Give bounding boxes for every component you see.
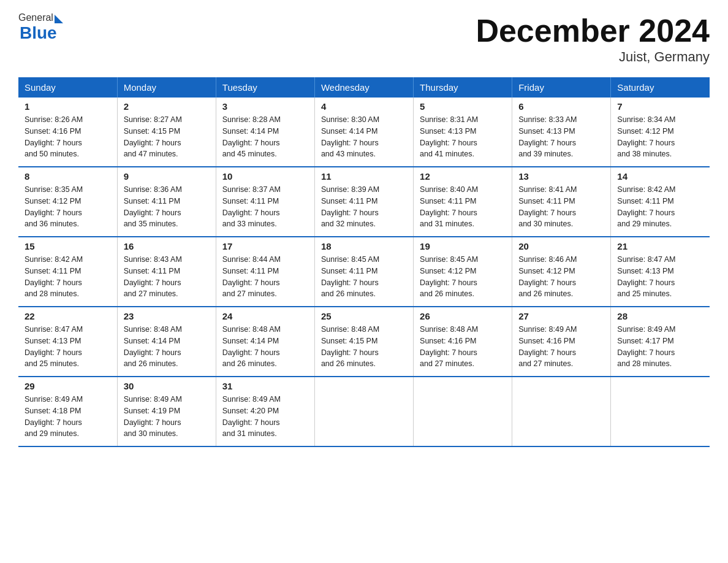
day-number: 16 — [124, 241, 210, 251]
day-number: 8 — [25, 171, 111, 182]
calendar-cell: 13Sunrise: 8:41 AMSunset: 4:11 PMDayligh… — [512, 167, 611, 237]
day-info: Sunrise: 8:44 AMSunset: 4:11 PMDaylight:… — [222, 254, 308, 300]
day-info: Sunrise: 8:28 AMSunset: 4:14 PMDaylight:… — [222, 114, 308, 160]
day-info: Sunrise: 8:49 AMSunset: 4:18 PMDaylight:… — [25, 394, 111, 440]
day-number: 11 — [321, 171, 407, 182]
day-number: 7 — [617, 101, 703, 112]
calendar-cell: 21Sunrise: 8:47 AMSunset: 4:13 PMDayligh… — [611, 237, 710, 307]
weekday-header-wednesday: Wednesday — [314, 77, 413, 98]
day-info: Sunrise: 8:49 AMSunset: 4:20 PMDaylight:… — [222, 394, 308, 440]
day-info: Sunrise: 8:48 AMSunset: 4:14 PMDaylight:… — [222, 324, 308, 370]
day-info: Sunrise: 8:49 AMSunset: 4:17 PMDaylight:… — [617, 324, 703, 370]
day-number: 31 — [222, 381, 308, 391]
logo-blue-text: Blue — [20, 23, 57, 43]
day-number: 30 — [124, 381, 210, 391]
day-info: Sunrise: 8:49 AMSunset: 4:16 PMDaylight:… — [518, 324, 604, 370]
day-number: 18 — [321, 241, 407, 251]
calendar-cell: 11Sunrise: 8:39 AMSunset: 4:11 PMDayligh… — [314, 167, 413, 237]
day-number: 2 — [124, 101, 210, 112]
day-info: Sunrise: 8:41 AMSunset: 4:11 PMDaylight:… — [518, 184, 604, 230]
calendar-cell: 22Sunrise: 8:47 AMSunset: 4:13 PMDayligh… — [18, 307, 117, 377]
calendar-cell: 31Sunrise: 8:49 AMSunset: 4:20 PMDayligh… — [216, 377, 314, 446]
page-header: General Blue December 2024 Juist, German… — [18, 12, 710, 65]
day-info: Sunrise: 8:31 AMSunset: 4:13 PMDaylight:… — [420, 114, 506, 160]
calendar-cell: 15Sunrise: 8:42 AMSunset: 4:11 PMDayligh… — [18, 237, 117, 307]
calendar-cell: 30Sunrise: 8:49 AMSunset: 4:19 PMDayligh… — [117, 377, 216, 446]
day-info: Sunrise: 8:47 AMSunset: 4:13 PMDaylight:… — [617, 254, 703, 300]
calendar-cell: 1Sunrise: 8:26 AMSunset: 4:16 PMDaylight… — [18, 98, 117, 167]
day-number: 17 — [222, 241, 308, 251]
calendar-cell — [414, 377, 512, 446]
day-info: Sunrise: 8:47 AMSunset: 4:13 PMDaylight:… — [25, 324, 111, 370]
day-info: Sunrise: 8:49 AMSunset: 4:19 PMDaylight:… — [124, 394, 210, 440]
day-number: 24 — [222, 311, 308, 321]
calendar-cell: 14Sunrise: 8:42 AMSunset: 4:11 PMDayligh… — [611, 167, 710, 237]
day-info: Sunrise: 8:36 AMSunset: 4:11 PMDaylight:… — [124, 184, 210, 230]
day-number: 27 — [518, 311, 604, 321]
day-info: Sunrise: 8:26 AMSunset: 4:16 PMDaylight:… — [25, 114, 111, 160]
calendar-cell: 6Sunrise: 8:33 AMSunset: 4:13 PMDaylight… — [512, 98, 611, 167]
logo-general-text: General — [18, 12, 53, 23]
day-info: Sunrise: 8:40 AMSunset: 4:11 PMDaylight:… — [420, 184, 506, 230]
day-number: 28 — [617, 311, 703, 321]
day-info: Sunrise: 8:30 AMSunset: 4:14 PMDaylight:… — [321, 114, 407, 160]
weekday-header-sunday: Sunday — [18, 77, 117, 98]
calendar-cell: 24Sunrise: 8:48 AMSunset: 4:14 PMDayligh… — [216, 307, 314, 377]
calendar-cell: 26Sunrise: 8:48 AMSunset: 4:16 PMDayligh… — [414, 307, 512, 377]
calendar-cell: 3Sunrise: 8:28 AMSunset: 4:14 PMDaylight… — [216, 98, 314, 167]
logo-arrow-icon — [55, 15, 63, 23]
calendar-cell — [611, 377, 710, 446]
day-number: 13 — [518, 171, 604, 182]
day-number: 10 — [222, 171, 308, 182]
day-info: Sunrise: 8:37 AMSunset: 4:11 PMDaylight:… — [222, 184, 308, 230]
calendar-cell: 4Sunrise: 8:30 AMSunset: 4:14 PMDaylight… — [314, 98, 413, 167]
calendar-cell: 8Sunrise: 8:35 AMSunset: 4:12 PMDaylight… — [18, 167, 117, 237]
calendar-table: SundayMondayTuesdayWednesdayThursdayFrid… — [18, 77, 710, 447]
day-info: Sunrise: 8:48 AMSunset: 4:15 PMDaylight:… — [321, 324, 407, 370]
weekday-header-tuesday: Tuesday — [216, 77, 314, 98]
weekday-header-monday: Monday — [117, 77, 216, 98]
day-number: 29 — [25, 381, 111, 391]
day-number: 19 — [420, 241, 506, 251]
calendar-cell: 18Sunrise: 8:45 AMSunset: 4:11 PMDayligh… — [314, 237, 413, 307]
day-number: 5 — [420, 101, 506, 112]
calendar-cell: 9Sunrise: 8:36 AMSunset: 4:11 PMDaylight… — [117, 167, 216, 237]
day-number: 6 — [518, 101, 604, 112]
day-info: Sunrise: 8:42 AMSunset: 4:11 PMDaylight:… — [617, 184, 703, 230]
day-info: Sunrise: 8:48 AMSunset: 4:14 PMDaylight:… — [124, 324, 210, 370]
weekday-header-thursday: Thursday — [414, 77, 512, 98]
day-number: 23 — [124, 311, 210, 321]
calendar-cell — [314, 377, 413, 446]
week-row-2: 8Sunrise: 8:35 AMSunset: 4:12 PMDaylight… — [18, 167, 710, 237]
day-info: Sunrise: 8:43 AMSunset: 4:11 PMDaylight:… — [124, 254, 210, 300]
weekday-header-friday: Friday — [512, 77, 611, 98]
calendar-cell: 5Sunrise: 8:31 AMSunset: 4:13 PMDaylight… — [414, 98, 512, 167]
day-number: 21 — [617, 241, 703, 251]
week-row-4: 22Sunrise: 8:47 AMSunset: 4:13 PMDayligh… — [18, 307, 710, 377]
day-number: 9 — [124, 171, 210, 182]
calendar-cell: 29Sunrise: 8:49 AMSunset: 4:18 PMDayligh… — [18, 377, 117, 446]
calendar-cell: 2Sunrise: 8:27 AMSunset: 4:15 PMDaylight… — [117, 98, 216, 167]
day-number: 12 — [420, 171, 506, 182]
day-info: Sunrise: 8:33 AMSunset: 4:13 PMDaylight:… — [518, 114, 604, 160]
day-number: 22 — [25, 311, 111, 321]
day-info: Sunrise: 8:39 AMSunset: 4:11 PMDaylight:… — [321, 184, 407, 230]
calendar-cell: 28Sunrise: 8:49 AMSunset: 4:17 PMDayligh… — [611, 307, 710, 377]
day-info: Sunrise: 8:35 AMSunset: 4:12 PMDaylight:… — [25, 184, 111, 230]
day-info: Sunrise: 8:45 AMSunset: 4:11 PMDaylight:… — [321, 254, 407, 300]
day-number: 26 — [420, 311, 506, 321]
calendar-cell: 27Sunrise: 8:49 AMSunset: 4:16 PMDayligh… — [512, 307, 611, 377]
week-row-3: 15Sunrise: 8:42 AMSunset: 4:11 PMDayligh… — [18, 237, 710, 307]
calendar-cell: 16Sunrise: 8:43 AMSunset: 4:11 PMDayligh… — [117, 237, 216, 307]
subtitle: Juist, Germany — [476, 49, 710, 65]
week-row-5: 29Sunrise: 8:49 AMSunset: 4:18 PMDayligh… — [18, 377, 710, 446]
day-info: Sunrise: 8:42 AMSunset: 4:11 PMDaylight:… — [25, 254, 111, 300]
weekday-header-row: SundayMondayTuesdayWednesdayThursdayFrid… — [18, 77, 710, 98]
calendar-cell: 12Sunrise: 8:40 AMSunset: 4:11 PMDayligh… — [414, 167, 512, 237]
calendar-cell: 20Sunrise: 8:46 AMSunset: 4:12 PMDayligh… — [512, 237, 611, 307]
day-number: 20 — [518, 241, 604, 251]
weekday-header-saturday: Saturday — [611, 77, 710, 98]
day-info: Sunrise: 8:27 AMSunset: 4:15 PMDaylight:… — [124, 114, 210, 160]
calendar-cell: 23Sunrise: 8:48 AMSunset: 4:14 PMDayligh… — [117, 307, 216, 377]
logo: General Blue — [18, 12, 63, 43]
